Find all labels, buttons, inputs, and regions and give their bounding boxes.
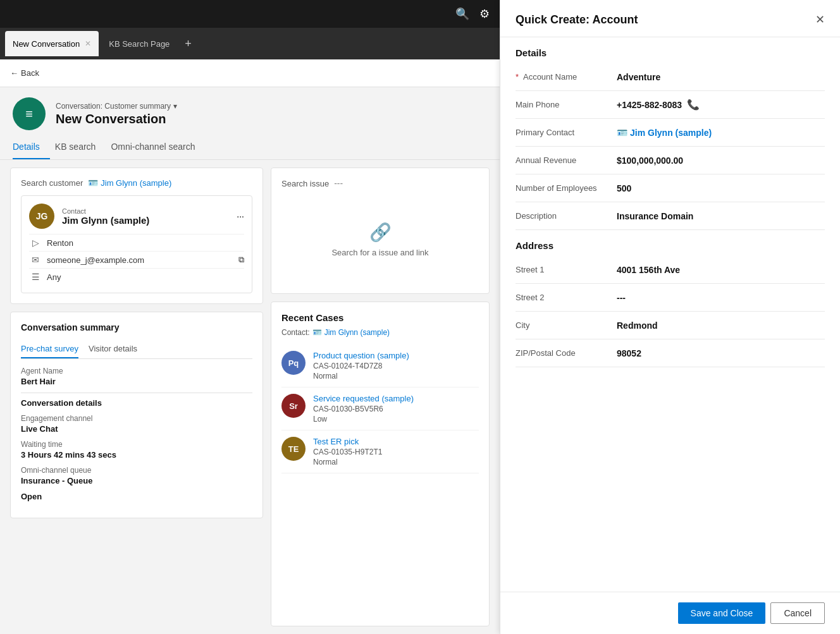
- channel-icon: ☰: [29, 272, 42, 282]
- conversation-avatar: ≡: [13, 97, 46, 130]
- issue-empty-state: 🔗 Search for a issue and link: [281, 196, 479, 283]
- quick-create-panel: Quick Create: Account ✕ Details * Accoun…: [500, 0, 840, 634]
- phone-icon[interactable]: 📞: [687, 99, 700, 111]
- city-value[interactable]: Redmond: [617, 320, 825, 331]
- account-name-label: * Account Name: [516, 72, 617, 82]
- street1-label: Street 1: [516, 265, 617, 274]
- tab-kb-search[interactable]: KB Search Page: [101, 31, 177, 56]
- main-phone-field: Main Phone +1425-882-8083 📞: [516, 91, 825, 119]
- contact-channel: Any: [47, 272, 61, 282]
- engagement-channel-row: Engagement channel Live Chat: [21, 414, 252, 434]
- agent-name-row: Agent Name Bert Hair: [21, 367, 252, 386]
- description-label: Description: [516, 211, 617, 221]
- waiting-time-row: Waiting time 3 Hours 42 mins 43 secs: [21, 440, 252, 460]
- agent-name-value: Bert Hair: [21, 377, 252, 386]
- case-item-1[interactable]: Sr Service requested (sample) CAS-01030-…: [281, 387, 479, 430]
- case-item-0[interactable]: Pq Product question (sample) CAS-01024-T…: [281, 344, 479, 387]
- zip-value[interactable]: 98052: [617, 348, 825, 358]
- account-name-value[interactable]: Adventure: [617, 72, 825, 82]
- issue-search-label: Search issue: [281, 179, 329, 188]
- contact-more-icon[interactable]: ···: [237, 211, 244, 221]
- summary-card: Conversation summary Pre-chat survey Vis…: [10, 312, 263, 518]
- main-phone-label: Main Phone: [516, 100, 617, 109]
- recent-cases-card: Recent Cases Contact: 🪪 Jim Glynn (sampl…: [271, 302, 490, 626]
- omni-queue-row: Omni-channel queue Insurance - Queue: [21, 466, 252, 485]
- city-field: City Redmond: [516, 312, 825, 339]
- contact-header-left: JG Contact Jim Glynn (sample): [29, 204, 149, 229]
- status-value: Open: [21, 492, 252, 501]
- conversation-title: New Conversation: [56, 112, 177, 126]
- dropdown-icon[interactable]: ▾: [173, 102, 177, 111]
- contact-email: someone_j@example.com: [47, 255, 144, 265]
- search-icon[interactable]: 🔍: [455, 7, 469, 21]
- save-and-close-button[interactable]: Save and Close: [678, 602, 766, 624]
- num-employees-label: Number of Employees: [516, 183, 617, 193]
- right-column: Search issue --- 🔗 Search for a issue an…: [271, 168, 490, 626]
- quick-create-close-icon[interactable]: ✕: [815, 13, 825, 27]
- conv-details-label: Conversation details: [21, 398, 252, 408]
- summary-tab-prechat[interactable]: Pre-chat survey: [21, 340, 78, 358]
- contact-card: JG Contact Jim Glynn (sample) ··· ▷ Rent…: [21, 195, 252, 293]
- issue-card: Search issue --- 🔗 Search for a issue an…: [271, 168, 490, 294]
- num-employees-field: Number of Employees 500: [516, 174, 825, 202]
- case-priority-1: Low: [313, 415, 414, 424]
- case-id-2: CAS-01035-H9T2T1: [313, 448, 382, 456]
- primary-contact-field: Primary Contact 🪪 Jim Glynn (sample): [516, 119, 825, 147]
- contact-email-row: ✉ someone_j@example.com ⧉: [29, 251, 244, 268]
- tab-new-conversation[interactable]: New Conversation ✕: [5, 31, 99, 56]
- nav-tab-kb-search[interactable]: KB search: [55, 135, 106, 159]
- street1-value[interactable]: 4001 156th Ave: [617, 265, 825, 275]
- description-field: Description Insurance Domain: [516, 202, 825, 230]
- contact-link-icon: 🪪: [617, 128, 627, 138]
- case-title-2[interactable]: Test ER pick: [313, 437, 382, 446]
- summary-title: Conversation summary: [21, 322, 252, 332]
- case-info-2: Test ER pick CAS-01035-H9T2T1 Normal: [313, 437, 382, 466]
- content-area: Search customer 🪪 Jim Glynn (sample) JG: [0, 160, 500, 634]
- case-avatar-2: TE: [281, 437, 306, 461]
- email-copy-icon[interactable]: ⧉: [238, 255, 244, 265]
- case-id-1: CAS-01030-B5V5R6: [313, 405, 414, 413]
- case-info-0: Product question (sample) CAS-01024-T4D7…: [313, 351, 409, 381]
- summary-tabs: Pre-chat survey Visitor details: [21, 340, 252, 359]
- status-row: Open: [21, 492, 252, 501]
- customer-search-row: Search customer 🪪 Jim Glynn (sample): [21, 178, 252, 188]
- tab-new-conversation-label: New Conversation: [13, 39, 80, 49]
- num-employees-value[interactable]: 500: [617, 183, 825, 193]
- tab-close-icon[interactable]: ✕: [85, 39, 91, 48]
- tab-add-icon[interactable]: +: [180, 37, 197, 51]
- case-avatar-1: Sr: [281, 394, 306, 418]
- city-label: City: [516, 320, 617, 330]
- customer-link[interactable]: 🪪 Jim Glynn (sample): [88, 178, 171, 188]
- recent-cases-title: Recent Cases: [281, 312, 479, 323]
- description-value[interactable]: Insurance Domain: [617, 211, 825, 221]
- nav-tab-omni[interactable]: Omni-channel search: [111, 135, 205, 159]
- primary-contact-label: Primary Contact: [516, 128, 617, 137]
- cases-contact-row: Contact: 🪪 Jim Glynn (sample): [281, 328, 479, 337]
- case-title-0[interactable]: Product question (sample): [313, 351, 409, 360]
- summary-tab-visitor[interactable]: Visitor details: [89, 340, 137, 358]
- quick-create-footer: Save and Close Cancel: [500, 592, 840, 634]
- street2-value[interactable]: ---: [617, 293, 825, 303]
- issue-search-row: Search issue ---: [281, 178, 479, 188]
- cases-contact-link[interactable]: 🪪 Jim Glynn (sample): [312, 328, 390, 337]
- back-button[interactable]: ← Back: [10, 68, 39, 78]
- nav-tabs: Details KB search Omni-channel search: [0, 135, 500, 160]
- annual-revenue-value[interactable]: $100,000,000.00: [617, 155, 825, 166]
- conversation-avatar-icon: ≡: [25, 107, 33, 121]
- contact-location: Renton: [47, 238, 73, 248]
- quick-create-title: Quick Create: Account: [516, 13, 638, 27]
- conv-details-label-row: Conversation details: [21, 398, 252, 408]
- settings-icon[interactable]: ⚙: [479, 7, 490, 21]
- contact-label: Contact: [62, 207, 149, 215]
- street2-label: Street 2: [516, 293, 617, 302]
- cancel-button[interactable]: Cancel: [770, 602, 825, 624]
- street2-field: Street 2 ---: [516, 284, 825, 312]
- case-priority-2: Normal: [313, 458, 382, 466]
- contact-name-block: Contact Jim Glynn (sample): [62, 207, 149, 226]
- contact-header: JG Contact Jim Glynn (sample) ···: [29, 204, 244, 229]
- nav-tab-details[interactable]: Details: [13, 135, 50, 159]
- primary-contact-value: 🪪 Jim Glynn (sample): [617, 128, 825, 138]
- case-item-2[interactable]: TE Test ER pick CAS-01035-H9T2T1 Normal: [281, 430, 479, 473]
- primary-contact-link[interactable]: 🪪 Jim Glynn (sample): [617, 128, 825, 138]
- case-title-1[interactable]: Service requested (sample): [313, 394, 414, 403]
